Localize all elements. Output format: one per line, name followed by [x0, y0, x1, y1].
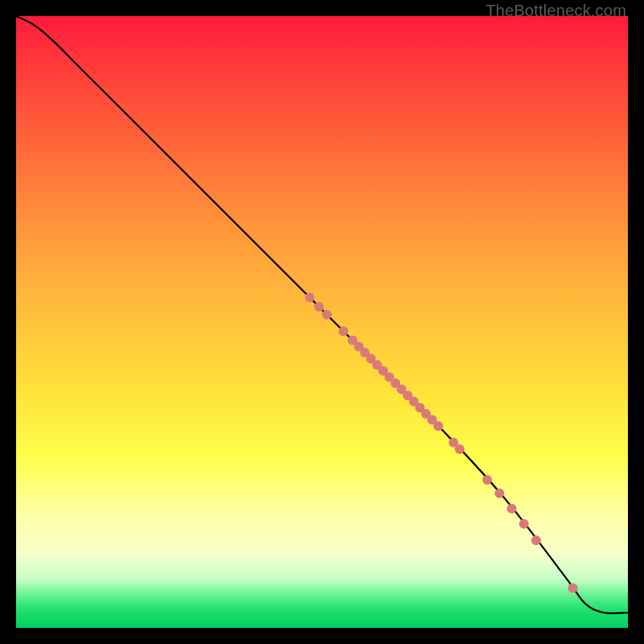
data-point	[339, 326, 349, 336]
chart-svg	[16, 16, 628, 628]
data-point	[305, 293, 315, 303]
data-point	[314, 302, 324, 312]
data-point	[519, 519, 529, 529]
data-point	[494, 489, 504, 498]
data-point	[568, 584, 578, 593]
plot-area	[16, 16, 628, 628]
chart-frame: TheBottleneck.com	[0, 0, 644, 644]
data-point	[531, 535, 541, 545]
data-point	[455, 444, 464, 454]
data-point	[322, 310, 332, 320]
curve-line	[16, 16, 628, 613]
attribution-text: TheBottleneck.com	[485, 2, 626, 20]
data-points-group	[305, 293, 578, 593]
data-point	[433, 421, 443, 431]
data-point	[507, 504, 517, 514]
data-point	[482, 475, 492, 485]
